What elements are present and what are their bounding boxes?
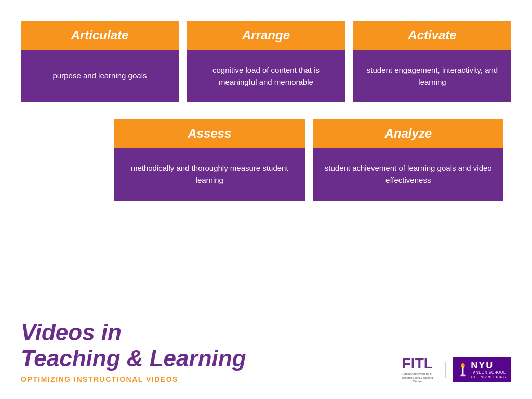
svg-rect-2 (461, 375, 465, 376)
bottom-section: Videos in Teaching & Learning OPTIMIZING… (21, 320, 511, 389)
title-line2: Teaching & Learning (21, 345, 246, 371)
fitl-text: FITL (402, 356, 433, 371)
nyu-torch-icon (458, 363, 468, 377)
card-activate-body: student engagement, interactivity, and l… (353, 50, 511, 102)
top-row: Articulate purpose and learning goals Ar… (21, 21, 511, 102)
nyu-subtext-line2: OF ENGINEERING (471, 375, 506, 379)
card-assess: Assess methodically and thoroughly measu… (114, 119, 305, 201)
subtitle: OPTIMIZING INSTRUCTIONAL VIDEOS (21, 375, 246, 383)
logo-block: FITL Faculty Innovations in Teaching and… (396, 356, 511, 383)
logo-divider (445, 362, 446, 378)
card-assess-body: methodically and thoroughly measure stud… (114, 148, 305, 201)
title-block: Videos in Teaching & Learning OPTIMIZING… (21, 320, 246, 383)
card-activate-header: Activate (353, 21, 511, 50)
card-arrange-header: Arrange (187, 21, 345, 50)
nyu-logo: NYU TANDON SCHOOL OF ENGINEERING (453, 357, 511, 382)
card-articulate-header: Articulate (21, 21, 179, 50)
main-title: Videos in Teaching & Learning (21, 320, 246, 372)
svg-rect-3 (461, 375, 466, 376)
card-articulate: Articulate purpose and learning goals (21, 21, 179, 102)
card-arrange-body: cognitive load of content that is meanin… (187, 50, 345, 102)
middle-row: Assess methodically and thoroughly measu… (21, 119, 511, 201)
card-assess-header: Assess (114, 119, 305, 148)
fitl-logo: FITL Faculty Innovations in Teaching and… (396, 356, 438, 383)
svg-rect-1 (462, 368, 464, 375)
card-analyze: Analyze student achievement of learning … (313, 119, 504, 201)
card-analyze-header: Analyze (313, 119, 504, 148)
card-arrange: Arrange cognitive load of content that i… (187, 21, 345, 102)
title-line1: Videos in (21, 320, 122, 345)
card-articulate-body: purpose and learning goals (21, 50, 179, 102)
nyu-text-block: NYU TANDON SCHOOL OF ENGINEERING (471, 361, 506, 379)
nyu-text: NYU (471, 361, 506, 370)
card-activate: Activate student engagement, interactivi… (353, 21, 511, 102)
fitl-subtext: Faculty Innovations in Teaching and Lear… (396, 372, 438, 383)
main-container: Articulate purpose and learning goals Ar… (0, 0, 532, 399)
nyu-subtext-line1: TANDON SCHOOL (471, 370, 506, 375)
card-analyze-body: student achievement of learning goals an… (313, 148, 504, 201)
